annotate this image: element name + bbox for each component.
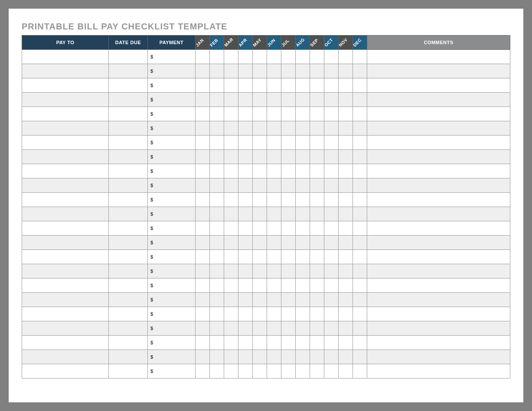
cell-month xyxy=(324,193,339,207)
table-row: $ xyxy=(22,50,510,64)
cell-month xyxy=(324,178,339,193)
col-header-month-mar: MAR xyxy=(224,36,238,50)
cell-month xyxy=(296,150,310,164)
cell-month xyxy=(196,293,210,307)
cell-month xyxy=(210,264,224,278)
cell-payto xyxy=(22,364,109,379)
cell-month xyxy=(253,364,267,379)
col-header-month-aug: AUG xyxy=(296,36,310,50)
cell-month xyxy=(353,293,367,307)
cell-month xyxy=(196,107,210,121)
cell-month xyxy=(353,207,367,221)
cell-month xyxy=(339,164,353,178)
cell-month xyxy=(238,364,253,379)
table-row: $ xyxy=(22,136,510,150)
cell-month xyxy=(353,250,367,264)
cell-payment: $ xyxy=(148,107,196,121)
cell-date xyxy=(109,136,148,150)
cell-month xyxy=(310,307,324,321)
col-header-month-oct: OCT xyxy=(324,36,339,50)
cell-date xyxy=(109,236,148,250)
cell-month xyxy=(224,321,238,336)
cell-month xyxy=(310,293,324,307)
cell-month xyxy=(353,178,367,193)
cell-month xyxy=(267,364,281,379)
cell-payto xyxy=(22,64,109,78)
cell-month xyxy=(296,364,310,379)
cell-date xyxy=(109,50,148,64)
cell-month xyxy=(196,207,210,221)
cell-month xyxy=(339,121,353,136)
cell-month xyxy=(281,350,296,364)
currency-symbol: $ xyxy=(150,340,153,345)
cell-month xyxy=(296,64,310,78)
cell-month xyxy=(339,350,353,364)
cell-month xyxy=(324,207,339,221)
cell-month xyxy=(253,107,267,121)
cell-date xyxy=(109,307,148,321)
cell-month xyxy=(281,164,296,178)
cell-month xyxy=(310,236,324,250)
cell-month xyxy=(353,64,367,78)
cell-month xyxy=(253,207,267,221)
cell-month xyxy=(296,350,310,364)
cell-comments xyxy=(367,121,510,136)
cell-month xyxy=(267,150,281,164)
checklist-table: PAY TO DATE DUE PAYMENT JAN FEB MAR APR … xyxy=(22,35,510,379)
cell-month xyxy=(196,236,210,250)
cell-month xyxy=(267,193,281,207)
currency-symbol: $ xyxy=(150,211,153,217)
cell-month xyxy=(238,164,253,178)
cell-month xyxy=(238,336,253,350)
cell-month xyxy=(310,207,324,221)
cell-payment: $ xyxy=(148,293,196,307)
cell-month xyxy=(253,293,267,307)
cell-payment: $ xyxy=(148,150,196,164)
cell-payto xyxy=(22,278,109,293)
cell-month xyxy=(310,50,324,64)
cell-month xyxy=(210,307,224,321)
cell-comments xyxy=(367,150,510,164)
cell-month xyxy=(253,50,267,64)
cell-month xyxy=(253,336,267,350)
cell-payment: $ xyxy=(148,264,196,278)
col-header-month-dec: DEC xyxy=(353,36,367,50)
cell-month xyxy=(224,107,238,121)
table-row: $ xyxy=(22,107,510,121)
cell-month xyxy=(253,136,267,150)
cell-month xyxy=(267,264,281,278)
cell-month xyxy=(224,50,238,64)
cell-date xyxy=(109,364,148,379)
cell-month xyxy=(310,250,324,264)
currency-symbol: $ xyxy=(150,354,153,359)
cell-payto xyxy=(22,193,109,207)
cell-month xyxy=(281,307,296,321)
cell-month xyxy=(339,250,353,264)
cell-month xyxy=(339,321,353,336)
cell-month xyxy=(296,193,310,207)
cell-month xyxy=(281,207,296,221)
cell-month xyxy=(253,321,267,336)
cell-month xyxy=(281,107,296,121)
cell-month xyxy=(196,150,210,164)
cell-month xyxy=(281,78,296,93)
cell-month xyxy=(339,364,353,379)
cell-month xyxy=(253,193,267,207)
cell-comments xyxy=(367,236,510,250)
cell-month xyxy=(310,264,324,278)
cell-payto xyxy=(22,207,109,221)
table-row: $ xyxy=(22,336,510,350)
cell-month xyxy=(238,50,253,64)
cell-month xyxy=(281,236,296,250)
cell-month xyxy=(253,250,267,264)
currency-symbol: $ xyxy=(150,140,153,145)
cell-month xyxy=(324,336,339,350)
cell-month xyxy=(281,278,296,293)
cell-date xyxy=(109,93,148,107)
table-row: $ xyxy=(22,221,510,236)
cell-month xyxy=(253,78,267,93)
cell-month xyxy=(296,321,310,336)
cell-month xyxy=(267,221,281,236)
cell-month xyxy=(339,307,353,321)
cell-month xyxy=(310,193,324,207)
